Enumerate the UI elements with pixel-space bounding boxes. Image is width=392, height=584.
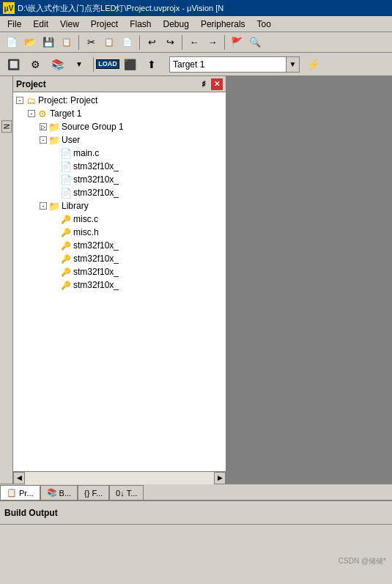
- target1-icon: ⚙: [37, 108, 48, 119]
- scroll-track[interactable]: [25, 472, 214, 484]
- tree-item-stm1[interactable]: 📄 stm32f10x_: [13, 160, 226, 173]
- mainc-icon: 📄: [60, 147, 72, 159]
- tab-books[interactable]: 📚 B...: [40, 485, 78, 500]
- build-options-button[interactable]: 🔲: [3, 55, 23, 74]
- load-button[interactable]: LOAD: [97, 55, 118, 74]
- tree-label-user: User: [62, 135, 80, 145]
- wizard-button[interactable]: ⚙: [25, 55, 45, 74]
- components-button[interactable]: 📚: [47, 55, 67, 74]
- tree-item-mainc[interactable]: 📄 main.c: [13, 147, 226, 160]
- forward-button[interactable]: →: [204, 34, 221, 51]
- tree-item-stm7[interactable]: 🔑 stm32f10x_: [13, 278, 226, 292]
- copy2-button[interactable]: 📄: [119, 34, 136, 51]
- tab-functions[interactable]: {} F...: [78, 485, 109, 500]
- tree-label-miscc: misc.c: [73, 214, 98, 224]
- toolbar-1: 📄 📂 💾 📋 ✂ 📋 📄 ↩ ↪ ← → 🚩 🔍: [0, 32, 392, 53]
- misch-icon: 🔑: [60, 226, 72, 238]
- sourcegroup1-icon: 📁: [48, 121, 60, 133]
- tree-item-stm6[interactable]: 🔑 stm32f10x_: [13, 265, 226, 278]
- tab-templates[interactable]: 0↓ T...: [109, 485, 144, 500]
- toolbar-2: 🔲 ⚙ 📚 ▼ LOAD ⬛ ⬆ ▼ ⚡: [0, 53, 392, 76]
- menu-project[interactable]: Project: [85, 18, 124, 31]
- h-scrollbar: ◀ ▶: [13, 471, 226, 484]
- menu-flash[interactable]: Flash: [124, 18, 157, 31]
- sep1: [78, 35, 79, 50]
- tree-expand-user[interactable]: -: [40, 136, 47, 144]
- new-file-button[interactable]: 📄: [3, 34, 21, 51]
- tree-item-stm2[interactable]: 📄 stm32f10x_: [13, 173, 226, 186]
- save-button[interactable]: 💾: [40, 34, 57, 51]
- tree-item-misch[interactable]: 🔑 misc.h: [13, 226, 226, 239]
- scroll-left-button[interactable]: ◀: [13, 472, 25, 484]
- panel-header: Project ♯ ✕: [13, 76, 226, 92]
- tree-item-target1[interactable]: - ⚙ Target 1: [13, 107, 226, 120]
- tab-functions-icon: {}: [84, 489, 89, 498]
- runstop-button[interactable]: ⬆: [141, 55, 162, 74]
- target-select[interactable]: [169, 56, 286, 73]
- stm6-icon: 🔑: [60, 266, 72, 278]
- menu-bar: File Edit View Project Flash Debug Perip…: [0, 16, 392, 32]
- back-button[interactable]: ←: [185, 34, 203, 51]
- panel-title: Project: [16, 79, 198, 89]
- watermark: CSDN @储储*: [339, 556, 386, 566]
- tree-item-miscc[interactable]: 🔑 misc.c: [13, 212, 226, 226]
- tree-label-library: Library: [62, 201, 89, 211]
- status-bar: CSDN @储储*: [0, 524, 392, 539]
- menu-debug[interactable]: Debug: [158, 18, 195, 31]
- sep5: [93, 57, 94, 72]
- target-box: ▼: [169, 56, 300, 73]
- panel-pin-button[interactable]: ♯: [198, 78, 210, 90]
- tree-label-stm1: stm32f10x_: [73, 161, 119, 171]
- menu-tools[interactable]: Too: [251, 18, 277, 31]
- stm1-icon: 📄: [60, 160, 72, 172]
- tree-label-stm6: stm32f10x_: [73, 267, 119, 277]
- tree-item-library[interactable]: - 📁 Library: [13, 199, 226, 212]
- main-area: N Project ♯ ✕ - 🗂 Project: Project - ⚙ T…: [0, 76, 392, 484]
- left-indicator-1[interactable]: N: [1, 120, 12, 133]
- open-button[interactable]: 📂: [21, 34, 39, 51]
- tree-expand-library[interactable]: -: [40, 202, 47, 210]
- undo-button[interactable]: ↩: [143, 34, 160, 51]
- build-output-header: Build Output: [0, 500, 392, 524]
- tab-project[interactable]: 📋 Pr...: [0, 485, 40, 500]
- menu-peripherals[interactable]: Peripherals: [195, 18, 251, 31]
- tree-expand-sourcegroup1[interactable]: ▷: [40, 123, 47, 130]
- bookmark-button[interactable]: 🚩: [228, 34, 245, 51]
- panel-close-button[interactable]: ✕: [211, 78, 223, 90]
- tab-books-label: B...: [59, 489, 72, 498]
- tree-label-stm4: stm32f10x_: [73, 240, 119, 251]
- tab-templates-label: T...: [127, 489, 138, 498]
- find-button[interactable]: 🔍: [246, 34, 264, 51]
- sep3: [182, 35, 182, 50]
- copy-button[interactable]: 📋: [58, 34, 75, 51]
- debug-button[interactable]: ⬛: [119, 55, 140, 74]
- tab-templates-icon: 0↓: [116, 489, 125, 498]
- tree-expand-target1[interactable]: -: [28, 110, 35, 117]
- app-icon: μV: [3, 2, 15, 14]
- tab-project-icon: 📋: [7, 488, 17, 498]
- tree-item-user[interactable]: - 📁 User: [13, 133, 226, 147]
- stm5-icon: 🔑: [60, 253, 72, 265]
- target-dropdown-button[interactable]: ▼: [286, 56, 300, 73]
- tree-item-stm4[interactable]: 🔑 stm32f10x_: [13, 239, 226, 252]
- tree-label-root: Project: Project: [38, 95, 97, 106]
- tree-item-root[interactable]: - 🗂 Project: Project: [13, 94, 226, 107]
- tree-item-stm5[interactable]: 🔑 stm32f10x_: [13, 252, 226, 265]
- project-tree[interactable]: - 🗂 Project: Project - ⚙ Target 1 ▷ 📁 So…: [13, 92, 226, 471]
- tree-item-stm3[interactable]: 📄 stm32f10x_: [13, 186, 226, 199]
- redo-button[interactable]: ↪: [161, 34, 179, 51]
- project-root-icon: 🗂: [25, 95, 37, 106]
- scroll-right-button[interactable]: ▶: [214, 472, 226, 484]
- menu-edit[interactable]: Edit: [27, 18, 54, 31]
- tree-label-stm2: stm32f10x_: [73, 174, 119, 185]
- tab-books-icon: 📚: [47, 488, 57, 498]
- cut-button[interactable]: ✂: [82, 34, 100, 51]
- menu-file[interactable]: File: [1, 18, 27, 31]
- paste-button[interactable]: 📋: [100, 34, 118, 51]
- title-bar: μV D:\嵌入式作业入门点亮LED灯\Project.uvprojx - μV…: [0, 0, 392, 16]
- target-options-button[interactable]: ⚡: [303, 55, 323, 74]
- menu-view[interactable]: View: [54, 18, 85, 31]
- tree-item-sourcegroup1[interactable]: ▷ 📁 Source Group 1: [13, 120, 226, 133]
- expand-button[interactable]: ▼: [69, 55, 89, 74]
- tree-expand-root[interactable]: -: [16, 97, 23, 104]
